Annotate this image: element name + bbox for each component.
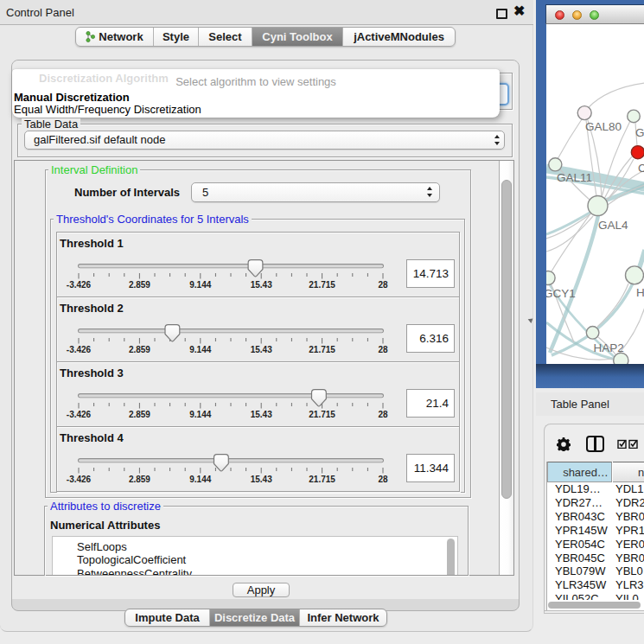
svg-text:28: 28 (378, 475, 388, 484)
svg-text:15.43: 15.43 (251, 280, 272, 290)
svg-text:GAL80: GAL80 (585, 120, 622, 133)
svg-text:-3.426: -3.426 (67, 475, 92, 484)
svg-text:28: 28 (378, 345, 388, 354)
svg-text:21.715: 21.715 (309, 410, 335, 419)
svg-text:G.: G. (635, 126, 644, 139)
svg-text:HAP2: HAP2 (594, 341, 624, 354)
svg-text:21.715: 21.715 (309, 280, 335, 290)
svg-text:GAL11: GAL11 (557, 171, 592, 184)
svg-text:2.859: 2.859 (129, 410, 150, 419)
svg-text:15.43: 15.43 (251, 475, 272, 484)
svg-text:21.715: 21.715 (309, 345, 335, 354)
svg-text:2.859: 2.859 (129, 280, 150, 290)
svg-text:9.144: 9.144 (189, 280, 211, 290)
svg-text:GCY1: GCY1 (546, 287, 576, 300)
svg-text:2.859: 2.859 (129, 475, 150, 484)
svg-text:GAL4: GAL4 (598, 219, 628, 232)
svg-text:15.43: 15.43 (251, 410, 272, 419)
svg-text:9.144: 9.144 (189, 410, 211, 419)
svg-text:-3.426: -3.426 (67, 280, 92, 290)
svg-text:2.859: 2.859 (129, 345, 150, 354)
svg-text:21.715: 21.715 (309, 475, 335, 484)
svg-text:C: C (638, 162, 644, 175)
svg-text:28: 28 (378, 410, 388, 419)
svg-text:15.43: 15.43 (251, 345, 272, 354)
svg-text:H: H (636, 286, 644, 299)
svg-text:9.144: 9.144 (189, 345, 211, 354)
svg-text:-3.426: -3.426 (67, 410, 92, 419)
svg-text:9.144: 9.144 (189, 475, 211, 484)
svg-text:-3.426: -3.426 (67, 345, 92, 354)
svg-text:28: 28 (378, 280, 388, 290)
